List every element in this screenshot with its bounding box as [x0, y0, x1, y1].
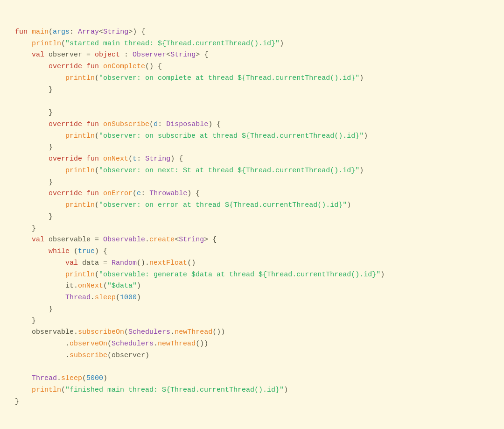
code-container: fun main(args: Array<String>) { println(… [0, 0, 504, 429]
code-block: fun main(args: Array<String>) { println(… [15, 15, 485, 419]
